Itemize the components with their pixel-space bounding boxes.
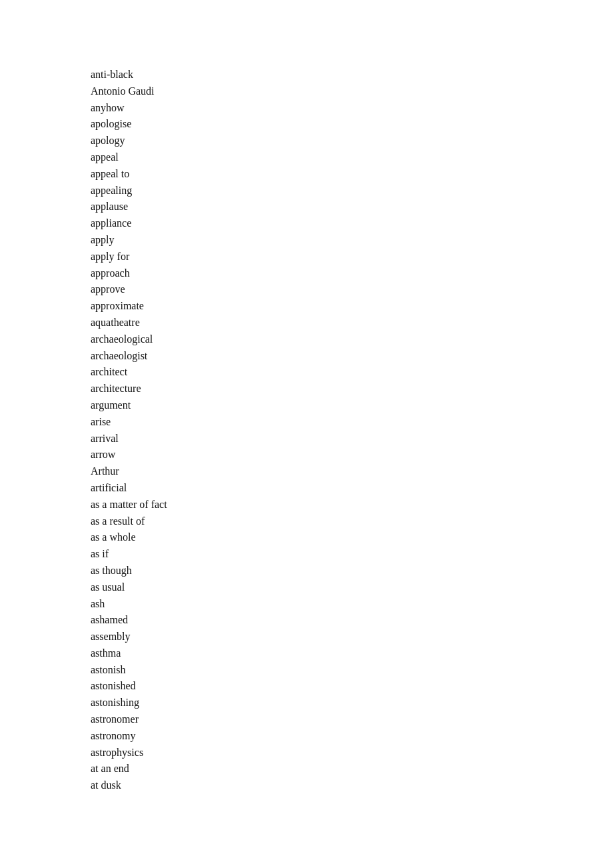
list-item: assembly [91, 629, 613, 645]
list-item: as a whole [91, 529, 613, 546]
list-item: archaeological [91, 331, 613, 348]
list-item: as if [91, 546, 613, 563]
list-item: apply [91, 232, 613, 249]
list-item: ashamed [91, 612, 613, 629]
list-item: anyhow [91, 100, 613, 117]
list-item: at an end [91, 761, 613, 777]
list-item: astronomer [91, 711, 613, 728]
list-item: approach [91, 265, 613, 282]
list-item: architecture [91, 381, 613, 397]
list-item: Antonio Gaudi [91, 83, 613, 100]
list-item: arrow [91, 447, 613, 463]
list-item: astonishing [91, 695, 613, 711]
list-item: apologise [91, 116, 613, 133]
list-item: archaeologist [91, 348, 613, 365]
list-item: Arthur [91, 463, 613, 480]
list-item: as usual [91, 579, 613, 596]
list-item: astonish [91, 662, 613, 679]
list-item: ash [91, 596, 613, 613]
list-item: as a matter of fact [91, 497, 613, 513]
list-item: as a result of [91, 513, 613, 530]
list-item: appeal [91, 149, 613, 166]
list-item: architect [91, 364, 613, 381]
list-item: apology [91, 133, 613, 149]
list-item: appeal to [91, 166, 613, 183]
list-item: asthma [91, 645, 613, 662]
list-item: artificial [91, 480, 613, 497]
list-item: approximate [91, 298, 613, 315]
list-item: applause [91, 199, 613, 215]
list-item: as though [91, 563, 613, 579]
list-item: arise [91, 414, 613, 431]
list-item: astonished [91, 678, 613, 695]
list-item: aquatheatre [91, 315, 613, 331]
list-item: astronomy [91, 728, 613, 745]
list-item: appliance [91, 215, 613, 232]
list-item: apply for [91, 249, 613, 265]
list-item: arrival [91, 431, 613, 447]
list-item: argument [91, 397, 613, 414]
list-item: at dusk [91, 777, 613, 794]
list-item: anti-black [91, 67, 613, 83]
list-item: astrophysics [91, 745, 613, 761]
list-item: appealing [91, 183, 613, 199]
word-list: anti-blackAntonio Gaudianyhowapologiseap… [0, 0, 613, 847]
list-item: approve [91, 281, 613, 298]
